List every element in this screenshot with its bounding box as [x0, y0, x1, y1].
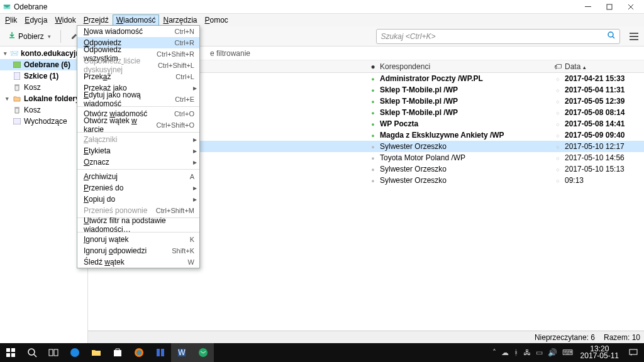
- inbox-node[interactable]: Odebrane (6): [0, 59, 87, 70]
- message-correspondent: Sylwester Orzeszko: [377, 165, 553, 173]
- outbox-label: Wychodzące: [24, 117, 67, 126]
- date-col[interactable]: Data ▴: [562, 62, 644, 71]
- message-correspondent: WP Poczta: [377, 119, 553, 128]
- svg-rect-1: [607, 4, 612, 9]
- menu-item[interactable]: ArchiwizujA: [77, 171, 199, 182]
- trash-label: Kosz: [24, 83, 41, 92]
- menu-item[interactable]: Otwórz wątek w karcieCtrl+Shift+O: [77, 119, 199, 131]
- word-icon[interactable]: W: [171, 343, 192, 362]
- menu-plik[interactable]: Plik: [1, 14, 21, 26]
- search-icon[interactable]: [21, 343, 43, 362]
- message-date: 2017-05-05 12:39: [562, 97, 644, 106]
- message-date: 2017-05-08 14:41: [562, 119, 644, 128]
- read-col[interactable]: ●: [369, 62, 377, 71]
- thunderbird-taskbar-icon[interactable]: [192, 343, 214, 362]
- tray-chevron-icon[interactable]: ˄: [492, 348, 496, 357]
- inbox-label: Odebrane (6): [24, 60, 70, 69]
- menu-pomoc[interactable]: Pomoc: [201, 14, 231, 26]
- menu-wiadomość[interactable]: Wiadomość: [113, 14, 160, 26]
- search-icon[interactable]: [607, 31, 616, 41]
- total-commander-icon[interactable]: [150, 343, 171, 362]
- file-explorer-icon[interactable]: [86, 343, 107, 362]
- volume-icon[interactable]: 🔊: [548, 348, 557, 357]
- message-correspondent: Sylwester Orzeszko: [377, 176, 553, 185]
- svg-point-16: [136, 350, 142, 355]
- menu-item[interactable]: Edytuj jako nową wiadomośćCtrl+E: [77, 94, 199, 105]
- window-title: Odebrane: [14, 3, 47, 11]
- unread-count: Nieprzeczytane: 6: [535, 333, 595, 342]
- mail-icon: 📨: [9, 49, 18, 58]
- menu-item[interactable]: Kopiuj do▸: [77, 194, 199, 205]
- svg-rect-17: [157, 349, 160, 356]
- keyboard-icon[interactable]: ⌨: [562, 348, 573, 357]
- message-correspondent: Sklep T-Mobile.pl /WP: [377, 85, 553, 94]
- clock-date: 2017-05-11: [580, 353, 619, 359]
- svg-rect-8: [6, 353, 10, 357]
- drafts-icon: [13, 72, 21, 80]
- network-icon[interactable]: 🖧: [523, 348, 531, 357]
- svg-point-2: [608, 32, 613, 37]
- menu-item[interactable]: Przenieś do▸: [77, 182, 199, 194]
- date-label: Data: [565, 62, 580, 71]
- menu-widok[interactable]: Widok: [51, 14, 79, 26]
- correspondents-col[interactable]: Korespondenci: [377, 62, 553, 71]
- folder-tree: ▾ 📨 konto.edukacyjne2@wp. Odebrane (6) S…: [0, 47, 88, 343]
- menu-item[interactable]: Oznacz▸: [77, 156, 199, 168]
- menu-bar: PlikEdycjaWidokPrzejdźWiadomośćNarzędzia…: [0, 14, 644, 26]
- svg-rect-22: [630, 349, 637, 354]
- onedrive-icon[interactable]: ☁: [501, 348, 509, 357]
- menu-item[interactable]: Śledź wątekW: [77, 256, 199, 268]
- app-menu-button[interactable]: [626, 29, 641, 44]
- local-trash-node[interactable]: Kosz: [0, 104, 87, 116]
- system-tray[interactable]: ˄ ☁ ᚼ 🖧 ▭ 🔊 ⌨: [489, 348, 577, 357]
- account-node[interactable]: ▾ 📨 konto.edukacyjne2@wp.: [0, 48, 87, 59]
- menu-narzędzia[interactable]: Narzędzia: [159, 14, 201, 26]
- menu-item[interactable]: Ignoruj wątekK: [77, 234, 199, 245]
- menu-item[interactable]: PrzekażCtrl+L: [77, 71, 199, 82]
- filter-hint: e filtrowanie: [210, 49, 250, 58]
- attach-col[interactable]: 🏷: [553, 62, 562, 71]
- outbox-node[interactable]: Wychodzące: [0, 116, 87, 127]
- search-box[interactable]: [376, 29, 620, 44]
- message-correspondent: Sylwester Orzeszko: [377, 142, 553, 151]
- window-maximize[interactable]: [599, 0, 620, 14]
- drafts-node[interactable]: Szkice (1): [0, 70, 87, 82]
- menu-item[interactable]: Utwórz filtr na podstawie wiadomości…: [77, 219, 199, 231]
- menu-przejdź[interactable]: Przejdź: [80, 14, 113, 26]
- total-count: Razem: 10: [604, 333, 640, 342]
- bluetooth-icon[interactable]: ᚼ: [514, 348, 518, 357]
- window-close[interactable]: [620, 0, 641, 14]
- svg-text:W: W: [178, 348, 186, 357]
- message-date: 2017-05-08 08:14: [562, 108, 644, 117]
- taskbar-clock[interactable]: 13:20 2017-05-11: [577, 346, 623, 359]
- menu-item: Przenieś ponownieCtrl+Shift+M: [77, 205, 199, 216]
- window-minimize[interactable]: [577, 0, 599, 14]
- store-icon[interactable]: [107, 343, 128, 362]
- menu-item[interactable]: Nowa wiadomośćCtrl+N: [77, 26, 199, 37]
- expand-icon[interactable]: ▾: [4, 50, 7, 57]
- message-date: 2017-05-10 15:13: [562, 165, 644, 173]
- start-button[interactable]: [0, 343, 21, 362]
- menu-edycja[interactable]: Edycja: [21, 14, 51, 26]
- trash-node[interactable]: Kosz: [0, 82, 87, 93]
- local-folders-node[interactable]: ▾ Lokalne foldery: [0, 93, 87, 104]
- menu-item[interactable]: Etykieta▸: [77, 145, 199, 156]
- search-input[interactable]: [380, 32, 607, 41]
- message-correspondent: Sklep T-Mobile.pl /WP: [377, 97, 553, 106]
- svg-rect-11: [49, 349, 53, 356]
- battery-icon[interactable]: ▭: [536, 348, 543, 357]
- message-date: 2017-05-10 12:17: [562, 142, 644, 151]
- menu-item: Załączniki▸: [77, 134, 199, 145]
- svg-rect-5: [13, 118, 21, 124]
- action-center-icon[interactable]: [623, 343, 644, 362]
- expand-icon[interactable]: ▾: [4, 96, 10, 102]
- edge-icon[interactable]: [64, 343, 86, 362]
- firefox-icon[interactable]: [128, 343, 150, 362]
- message-correspondent: Magda z Ekskluzywne Ankiety /WP: [377, 131, 553, 140]
- message-date: 2017-04-21 15:33: [562, 74, 644, 83]
- get-mail-button[interactable]: Pobierz ▾: [3, 28, 57, 44]
- folder-icon: [13, 96, 21, 102]
- menu-item[interactable]: Ignoruj odpowiedziShift+K: [77, 245, 199, 256]
- task-view-icon[interactable]: [43, 343, 64, 362]
- local-trash-label: Kosz: [24, 106, 41, 114]
